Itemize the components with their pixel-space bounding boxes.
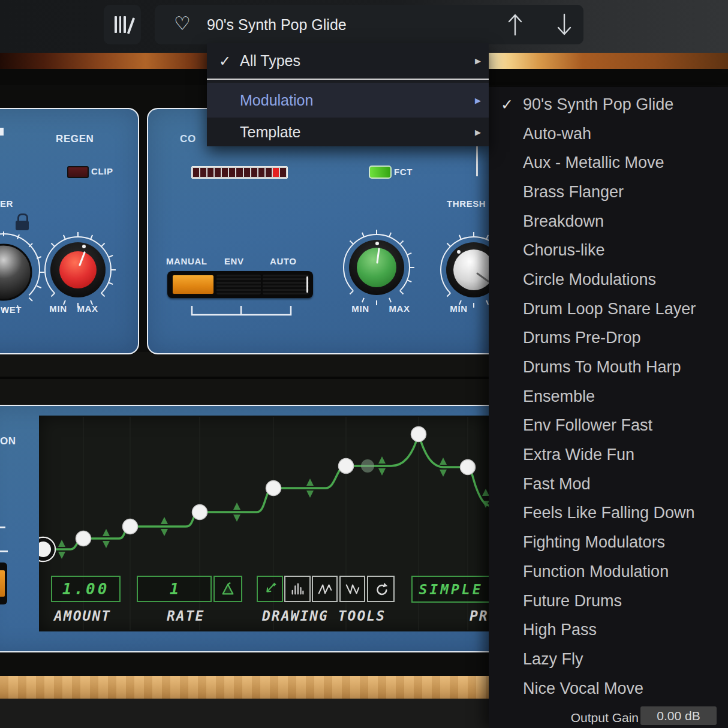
preset-list-item[interactable]: Fast Mod xyxy=(489,470,728,499)
preset-list-item[interactable]: Circle Modulations xyxy=(489,265,728,294)
preset-name: Function Modulation xyxy=(523,562,669,581)
env-mode-button[interactable] xyxy=(216,275,261,294)
ramp-up-draw-tool-button[interactable] xyxy=(312,576,338,602)
manual-label: MANUAL xyxy=(166,256,207,266)
preset-list: ✓90's Synth Pop GlideAuto-wahAux - Metal… xyxy=(489,90,728,703)
meter-segment xyxy=(200,168,206,177)
ramp-up-draw-icon xyxy=(317,580,333,597)
submenu-arrow-icon: ▶ xyxy=(475,128,481,137)
preset-name: Aux - Metallic Move xyxy=(523,154,664,172)
current-preset-title[interactable]: 90's Synth Pop Glide xyxy=(207,5,347,44)
edge-tick-fragment xyxy=(0,527,5,528)
library-stack-icon xyxy=(119,16,122,33)
preset-list-item[interactable]: Aux - Metallic Move xyxy=(489,148,728,178)
meter-segment xyxy=(193,168,199,177)
preset-name: Drums To Mouth Harp xyxy=(523,358,681,377)
switch-highlight xyxy=(306,276,308,293)
clip-led xyxy=(67,166,89,178)
output-gain-value[interactable]: 0.00 dB xyxy=(640,706,717,725)
preset-list-item[interactable]: Drums Pre-Drop xyxy=(489,324,728,353)
preset-name: Fast Mod xyxy=(523,475,591,494)
preset-list-item[interactable]: Ensemble xyxy=(489,382,728,411)
meter-segment xyxy=(273,168,279,177)
cursor-draw-icon xyxy=(261,580,278,597)
submenu-arrow-icon: ▶ xyxy=(475,96,481,105)
manual-mode-button[interactable] xyxy=(172,275,214,294)
preset-list-item[interactable]: Lazy Fly xyxy=(489,645,728,674)
preset-list-item[interactable]: Feels Like Falling Down xyxy=(489,499,728,528)
previous-preset-button[interactable] xyxy=(506,10,525,39)
edge-tick-fragment xyxy=(0,550,8,552)
preset-name: Extra Wide Fun xyxy=(523,446,634,464)
preset-name: Brass Flanger xyxy=(523,183,624,201)
cursor-draw-tool-button[interactable] xyxy=(257,576,283,602)
library-stack-icon xyxy=(124,16,126,33)
preset-name: Future Drums xyxy=(523,592,622,610)
next-preset-button[interactable] xyxy=(555,10,574,39)
menu-item-modulation[interactable]: Modulation ▶ xyxy=(207,83,489,118)
preset-name: Drum Loop Snare Layer xyxy=(523,300,696,318)
menu-item-label: Modulation xyxy=(240,92,313,109)
regen-knob[interactable] xyxy=(38,230,118,309)
menu-item-label: All Types xyxy=(240,52,300,70)
preset-library-button[interactable] xyxy=(104,5,141,44)
preset-list-item[interactable]: Chorus-like xyxy=(489,236,728,265)
preset-name: Env Follower Fast xyxy=(523,416,652,435)
preset-list-item[interactable]: Nice Vocal Move xyxy=(489,674,728,703)
meter-segment xyxy=(280,168,286,177)
presets-label-partial: PR xyxy=(470,608,489,624)
preset-list-item[interactable]: ✓90's Synth Pop Glide xyxy=(489,90,728,119)
bars-draw-tool-button[interactable] xyxy=(284,576,311,602)
sync-mode-button[interactable] xyxy=(213,576,242,602)
amount-value-display[interactable]: 1.00 xyxy=(51,576,121,602)
preset-list-item[interactable]: High Pass xyxy=(489,615,728,645)
auto-mode-button[interactable] xyxy=(263,275,309,294)
regen-title: REGEN xyxy=(56,133,94,145)
envelope-node[interactable] xyxy=(123,519,138,534)
up-arrow-icon xyxy=(506,10,525,39)
mode-switch[interactable] xyxy=(167,271,313,298)
envelope-node[interactable] xyxy=(461,460,476,475)
preset-list-item[interactable]: Brass Flanger xyxy=(489,178,728,207)
preset-list-item[interactable]: Auto-wah xyxy=(489,119,728,149)
envelope-node[interactable] xyxy=(192,505,207,520)
preset-list-item[interactable]: Fighting Modulators xyxy=(489,528,728,557)
rate-value-display[interactable]: 1 xyxy=(137,576,212,602)
preset-name: Chorus-like xyxy=(523,241,605,260)
thresh-label-partial: THRESH xyxy=(447,198,486,209)
menu-item-all-types[interactable]: ✓ All Types ▶ xyxy=(207,43,489,79)
preset-name: Nice Vocal Move xyxy=(523,679,643,698)
clipped-label-fragment xyxy=(0,128,4,136)
preset-list-item[interactable]: Function Modulation xyxy=(489,557,728,586)
preset-name: Fighting Modulators xyxy=(523,533,665,552)
submenu-arrow-icon: ▶ xyxy=(475,56,481,65)
fct-led xyxy=(369,166,392,179)
comp-amount-knob[interactable] xyxy=(337,228,416,307)
lock-icon[interactable] xyxy=(16,213,29,231)
preset-list-item[interactable]: Extra Wide Fun xyxy=(489,440,728,470)
meter-segment xyxy=(215,168,221,177)
preset-list-item[interactable]: Drums To Mouth Harp xyxy=(489,353,728,382)
preset-list-item[interactable]: Breakdown xyxy=(489,207,728,236)
envelope-node[interactable] xyxy=(339,459,354,474)
bars-draw-icon xyxy=(289,580,306,597)
rotate-draw-tool-button[interactable] xyxy=(367,576,395,602)
mode-bracket xyxy=(189,303,294,318)
envelope-node[interactable] xyxy=(411,427,426,442)
envelope-node[interactable] xyxy=(76,531,91,546)
plugin-window: ♡ 90's Synth Pop Glide REGEN CLIP ER WET xyxy=(0,0,728,728)
menu-separator xyxy=(207,79,489,80)
preset-list-item[interactable]: Drum Loop Snare Layer xyxy=(489,294,728,324)
shape-preset-display[interactable]: SIMPLE xyxy=(411,576,491,603)
comp-title-partial: CO xyxy=(180,133,196,145)
envelope-node[interactable] xyxy=(266,481,281,496)
preset-list-item[interactable]: Future Drums xyxy=(489,586,728,616)
preset-name: Auto-wah xyxy=(523,125,591,143)
preset-name: Lazy Fly xyxy=(523,650,583,669)
meter-segment xyxy=(251,168,257,177)
env-label: ENV xyxy=(224,256,244,266)
favorite-heart-icon[interactable]: ♡ xyxy=(170,10,194,38)
ramp-down-draw-tool-button[interactable] xyxy=(339,576,365,602)
menu-item-template[interactable]: Template ▶ xyxy=(207,118,489,146)
preset-list-item[interactable]: Env Follower Fast xyxy=(489,411,728,441)
